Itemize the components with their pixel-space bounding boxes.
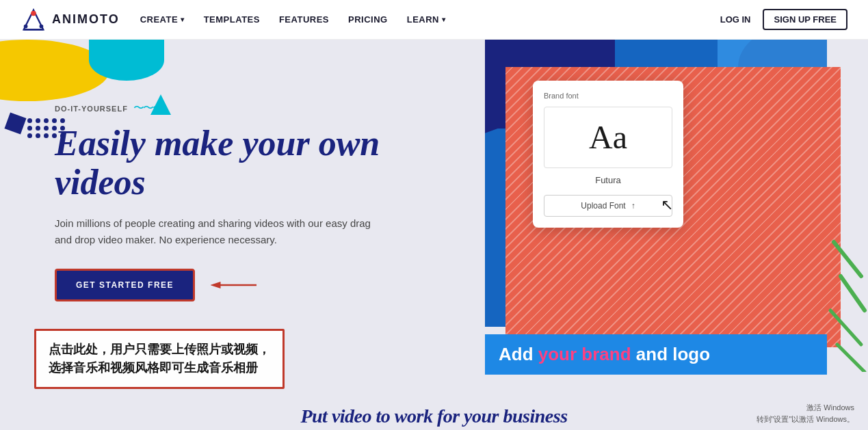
bottom-text-banner: Put video to work for your business <box>0 396 868 430</box>
upload-font-button[interactable]: Upload Font ↑ <box>544 195 672 217</box>
arrow-icon <box>209 271 263 299</box>
font-card-label: Brand font <box>544 92 672 100</box>
windows-notice: 激活 Windows 转到"设置"以激活 Windows。 <box>757 402 855 425</box>
annotation-text: 点击此处，用户只需要上传照片或视频，选择音乐和视频风格即可生成音乐相册 <box>49 340 270 377</box>
arrow-indicator <box>209 271 263 299</box>
annotation-box: 点击此处，用户只需要上传照片或视频，选择音乐和视频风格即可生成音乐相册 <box>34 329 285 389</box>
hero-headline: Easily make your own videos <box>55 124 410 202</box>
nav-features[interactable]: FEATURES <box>279 14 329 25</box>
upload-font-label: Upload Font <box>581 201 625 211</box>
diy-label-text: DO-IT-YOURSELF <box>55 105 128 113</box>
svg-line-7 <box>841 276 865 310</box>
upload-icon: ↑ <box>631 201 635 211</box>
nav-links: CREATE ▾ TEMPLATES FEATURES PRICING LEAR… <box>140 14 720 25</box>
windows-activate-text: 激活 Windows 转到"设置"以激活 Windows。 <box>757 402 855 425</box>
nav-pricing[interactable]: PRICING <box>348 14 388 25</box>
hero-left-content: DO-IT-YOURSELF 〜〜〜 Easily make your own … <box>0 40 410 301</box>
logo-text: ANIMOTO <box>52 12 120 27</box>
svg-point-2 <box>31 10 36 16</box>
deco-green-strokes <box>827 235 868 375</box>
brand-text-highlight: your brand <box>538 344 631 364</box>
nav-create[interactable]: CREATE ▾ <box>140 14 185 25</box>
font-preview-text: Aa <box>558 121 658 154</box>
chevron-down-icon-learn: ▾ <box>442 16 446 23</box>
font-name: Futura <box>544 175 672 185</box>
cta-wrapper: GET STARTED FREE <box>55 269 410 301</box>
diy-label-wrapper: DO-IT-YOURSELF 〜〜〜 <box>55 101 410 116</box>
bottom-headline: Put video to work for your business <box>300 405 567 427</box>
get-started-button[interactable]: GET STARTED FREE <box>55 269 195 301</box>
svg-line-6 <box>834 242 861 276</box>
squiggle-icon: 〜〜〜 <box>133 101 162 116</box>
font-card: Brand font Aa Futura Upload Font ↑ ↖ <box>533 81 683 228</box>
hero-subtext: Join millions of people creating and sha… <box>55 215 383 248</box>
chevron-down-icon: ▾ <box>181 16 185 23</box>
font-preview-box: Aa <box>544 107 672 168</box>
navbar: ANIMOTO CREATE ▾ TEMPLATES FEATURES PRIC… <box>0 0 868 40</box>
nav-learn[interactable]: LEARN ▾ <box>407 14 446 25</box>
brand-text-pre: Add your brand and logo <box>499 344 710 364</box>
svg-line-9 <box>837 345 865 372</box>
nav-templates[interactable]: TEMPLATES <box>204 14 260 25</box>
logo-icon <box>21 7 47 33</box>
cursor-icon: ↖ <box>661 196 673 214</box>
svg-line-8 <box>830 310 861 345</box>
svg-point-3 <box>24 24 28 28</box>
brand-overlay-text: Add your brand and logo <box>485 334 827 375</box>
logo[interactable]: ANIMOTO <box>21 7 120 33</box>
hero-right-panel: Brand font Aa Futura Upload Font ↑ ↖ Add… <box>485 40 868 375</box>
login-button[interactable]: LOG IN <box>720 14 751 25</box>
signup-button[interactable]: SIGN UP FREE <box>763 9 847 30</box>
nav-right: LOG IN SIGN UP FREE <box>720 9 847 30</box>
green-strokes-svg <box>827 235 868 372</box>
hero-section: DO-IT-YOURSELF 〜〜〜 Easily make your own … <box>0 40 868 430</box>
svg-point-4 <box>40 24 44 28</box>
